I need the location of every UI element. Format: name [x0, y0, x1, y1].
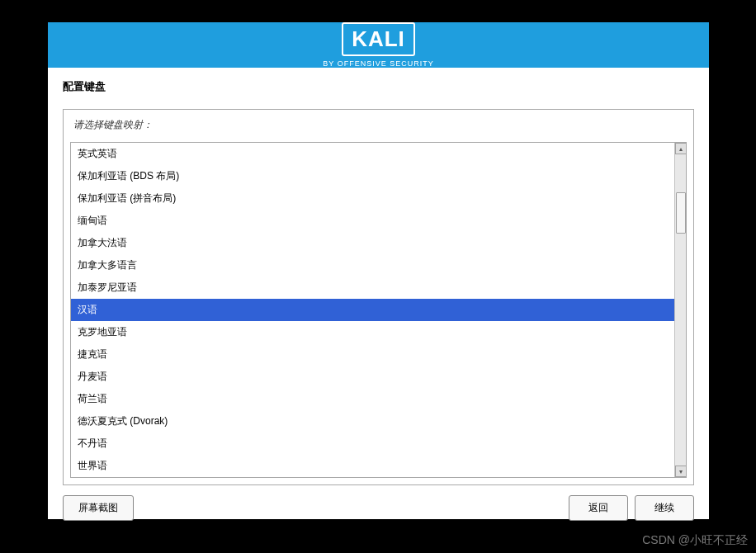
scrollbar-thumb[interactable] — [676, 192, 686, 234]
list-item[interactable]: 世界语 — [71, 455, 674, 477]
continue-button[interactable]: 继续 — [635, 495, 694, 521]
logo-title: KALI — [352, 26, 405, 52]
list-item[interactable]: 保加利亚语 (拼音布局) — [71, 187, 674, 210]
list-item[interactable]: 捷克语 — [71, 343, 674, 366]
prompt-label: 请选择键盘映射： — [70, 118, 687, 132]
button-row: 屏幕截图 返回 继续 — [63, 495, 694, 521]
back-button[interactable]: 返回 — [569, 495, 628, 521]
keyboard-listbox[interactable]: 英式英语保加利亚语 (BDS 布局)保加利亚语 (拼音布局)缅甸语加拿大法语加拿… — [71, 143, 674, 477]
list-item[interactable]: 荷兰语 — [71, 388, 674, 410]
list-item[interactable]: 加拿大多语言 — [71, 254, 674, 276]
list-item[interactable]: 加泰罗尼亚语 — [71, 276, 674, 299]
list-item[interactable]: 丹麦语 — [71, 366, 674, 388]
logo-subtitle: BY OFFENSIVE SECURITY — [323, 59, 433, 68]
list-item[interactable]: 克罗地亚语 — [71, 321, 674, 343]
list-item[interactable]: 德沃夏克式 (Dvorak) — [71, 410, 674, 432]
nav-buttons: 返回 继续 — [569, 495, 694, 521]
list-item[interactable]: 保加利亚语 (BDS 布局) — [71, 165, 674, 187]
content-area: 配置键盘 请选择键盘映射： 英式英语保加利亚语 (BDS 布局)保加利亚语 (拼… — [48, 68, 709, 529]
watermark: CSDN @小旺不正经 — [642, 533, 748, 548]
page-title: 配置键盘 — [63, 79, 694, 94]
keyboard-listbox-wrapper: 英式英语保加利亚语 (BDS 布局)保加利亚语 (拼音布局)缅甸语加拿大法语加拿… — [70, 142, 687, 478]
list-item[interactable]: 英式英语 — [71, 143, 674, 165]
list-item[interactable]: 缅甸语 — [71, 210, 674, 232]
scroll-down-button[interactable]: ▾ — [675, 466, 687, 477]
screenshot-button[interactable]: 屏幕截图 — [63, 495, 134, 521]
list-item[interactable]: 加拿大法语 — [71, 232, 674, 254]
list-item[interactable]: 汉语 — [71, 299, 674, 321]
header-banner: KALI BY OFFENSIVE SECURITY — [48, 22, 709, 68]
installer-window: KALI BY OFFENSIVE SECURITY 配置键盘 请选择键盘映射：… — [48, 22, 709, 519]
list-item[interactable]: 不丹语 — [71, 432, 674, 455]
scroll-up-button[interactable]: ▴ — [675, 143, 687, 154]
scrollbar[interactable]: ▴ ▾ — [674, 143, 686, 477]
config-panel: 请选择键盘映射： 英式英语保加利亚语 (BDS 布局)保加利亚语 (拼音布局)缅… — [63, 109, 694, 485]
kali-logo: KALI — [342, 22, 415, 56]
